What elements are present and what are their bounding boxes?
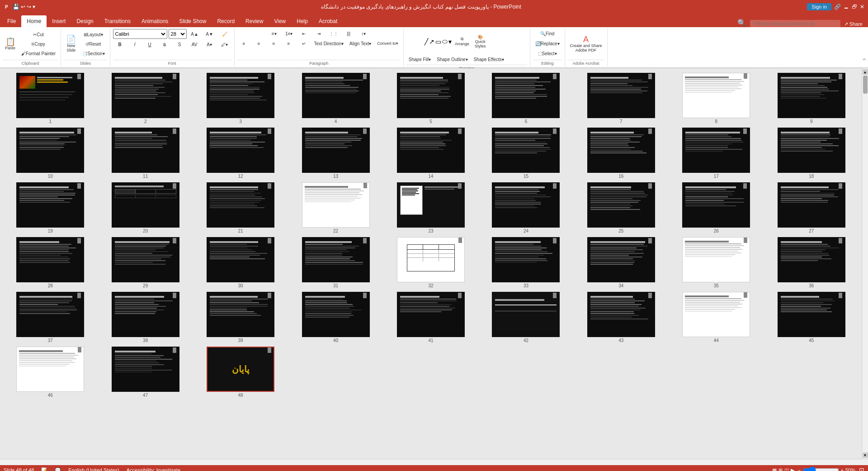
copy-button[interactable]: ⎘ Copy	[19, 39, 58, 48]
slide-thumb-13[interactable]	[302, 128, 370, 173]
more-shapes[interactable]: ▾	[448, 38, 452, 45]
text-direction-button[interactable]: Text Direction▾	[312, 39, 346, 48]
align-text-button[interactable]: Align Text▾	[347, 39, 373, 48]
slide-thumb-26[interactable]	[682, 182, 750, 228]
slide-item-11[interactable]: 11	[99, 128, 191, 179]
slide-item-37[interactable]: 37	[5, 292, 96, 343]
tab-review[interactable]: Review	[240, 15, 269, 27]
font-increase-button[interactable]: A▲	[188, 29, 202, 38]
tab-record[interactable]: Record	[212, 15, 240, 27]
tab-acrobat[interactable]: Acrobat	[313, 15, 343, 27]
search-input[interactable]	[750, 20, 840, 27]
slide-thumb-20[interactable]	[112, 182, 179, 228]
reset-button[interactable]: ↺ Reset	[80, 39, 107, 48]
font-color-button[interactable]: A▾	[203, 40, 216, 49]
tab-file[interactable]: File	[2, 15, 21, 27]
slide-thumb-15[interactable]	[492, 128, 560, 173]
slide-thumb-22[interactable]	[302, 182, 370, 228]
close-button[interactable]: ✕	[860, 4, 864, 10]
justify-button[interactable]: ≡	[282, 39, 296, 48]
align-left-button[interactable]: ≡	[237, 39, 251, 48]
slide-thumb-41[interactable]	[397, 292, 465, 337]
slide-item-17[interactable]: 17	[670, 128, 762, 179]
slide-item-39[interactable]: 39	[195, 292, 286, 343]
slide-thumb-12[interactable]	[207, 128, 274, 173]
format-painter-button[interactable]: 🖌 Format Painter	[19, 49, 58, 58]
find-button[interactable]: 🔍 Find	[538, 29, 557, 38]
tab-animations[interactable]: Animations	[136, 15, 174, 27]
slide-item-36[interactable]: 36	[766, 237, 857, 288]
slide-sorter-button[interactable]: ⊞	[778, 467, 783, 471]
arrange-button[interactable]: ⧉ Arrange	[453, 29, 472, 54]
slide-thumb-4[interactable]	[302, 73, 370, 118]
slide-item-2[interactable]: 2	[99, 73, 191, 124]
slide-item-25[interactable]: 25	[576, 182, 667, 233]
slide-thumb-9[interactable]	[778, 73, 845, 118]
slide-thumb-1[interactable]	[16, 73, 84, 118]
slide-thumb-40[interactable]	[302, 292, 370, 337]
align-right-button[interactable]: ≡	[267, 39, 281, 48]
slide-thumb-35[interactable]	[682, 237, 750, 282]
share-button[interactable]: ↗ Share	[840, 21, 866, 27]
reading-view-button[interactable]: ◫	[784, 467, 789, 471]
rect-tool[interactable]: ▭	[435, 38, 441, 45]
slide-thumb-33[interactable]	[492, 237, 560, 282]
slide-thumb-31[interactable]	[302, 237, 370, 282]
arrow-tool[interactable]: ↗	[429, 38, 434, 45]
underline-button[interactable]: U	[143, 40, 156, 49]
slide-thumb-32[interactable]	[397, 237, 465, 282]
slide-thumb-27[interactable]	[778, 182, 845, 228]
slide-item-5[interactable]: 5	[385, 73, 476, 124]
scroll-thumb[interactable]	[863, 76, 868, 94]
slide-item-1[interactable]: 1	[5, 73, 96, 124]
convert-smartart-button[interactable]: Convert to▾	[375, 39, 401, 48]
slide-thumb-2[interactable]	[112, 73, 179, 118]
tab-transitions[interactable]: Transitions	[99, 15, 136, 27]
notes-icon[interactable]: 📝	[41, 467, 47, 471]
slide-item-28[interactable]: 28	[5, 237, 96, 288]
slide-thumb-10[interactable]	[16, 128, 84, 173]
slide-thumb-43[interactable]	[587, 292, 655, 337]
slide-thumb-3[interactable]	[207, 73, 274, 118]
zoom-out-button[interactable]: −	[798, 467, 801, 471]
slide-item-44[interactable]: 44	[670, 292, 762, 343]
slide-thumb-30[interactable]	[207, 237, 274, 282]
slide-item-32[interactable]: 32	[385, 237, 476, 288]
slide-item-35[interactable]: 35	[670, 237, 762, 288]
slide-thumb-45[interactable]	[778, 292, 845, 337]
slide-item-23[interactable]: 23	[385, 182, 476, 233]
new-slide-button[interactable]: 📄 NewSlide	[64, 32, 78, 57]
layout-button[interactable]: ⊞ Layout▾	[80, 30, 107, 39]
rtl-button[interactable]: ↵	[297, 39, 311, 48]
slide-item-12[interactable]: 12	[195, 128, 286, 179]
undo-icon[interactable]: ↩	[21, 4, 25, 10]
slide-thumb-5[interactable]	[397, 73, 465, 118]
scroll-down-button[interactable]: ▼	[863, 452, 868, 458]
paste-button[interactable]: 📋 Paste	[3, 32, 18, 57]
tab-view[interactable]: View	[269, 15, 291, 27]
char-spacing-button[interactable]: AV	[188, 40, 201, 49]
scroll-up-button[interactable]: ▲	[863, 69, 868, 75]
select-button[interactable]: ⬚ Select▾	[536, 49, 559, 58]
align-center-button[interactable]: ≡	[252, 39, 266, 48]
slide-thumb-38[interactable]	[112, 292, 179, 337]
slide-thumb-48[interactable]: پایان	[207, 347, 274, 392]
slide-item-33[interactable]: 33	[480, 237, 571, 288]
slide-thumb-25[interactable]	[587, 182, 655, 228]
section-button[interactable]: 📑 Section▾	[80, 49, 107, 58]
replace-button[interactable]: 🔄 Replace▾	[533, 39, 562, 48]
slide-item-9[interactable]: 9	[766, 73, 857, 124]
create-pdf-button[interactable]: A Create and ShareAdobe PDF	[568, 32, 604, 57]
slide-thumb-28[interactable]	[16, 237, 84, 282]
slide-item-46[interactable]: 46	[5, 347, 96, 398]
strikethrough-button[interactable]: S̶	[158, 40, 171, 49]
shape-effects-button[interactable]: Shape Effects▾	[472, 55, 506, 64]
slide-thumb-16[interactable]	[587, 128, 655, 173]
slide-item-47[interactable]: 47	[99, 347, 191, 398]
font-decrease-button[interactable]: A▼	[203, 29, 217, 38]
text-shadow-button[interactable]: S	[173, 40, 186, 49]
numbering-button[interactable]: 1≡▾	[282, 29, 296, 38]
slide-item-21[interactable]: 21	[195, 182, 286, 233]
slide-item-45[interactable]: 45	[766, 292, 857, 343]
font-family-select[interactable]: Calibri	[113, 29, 167, 39]
